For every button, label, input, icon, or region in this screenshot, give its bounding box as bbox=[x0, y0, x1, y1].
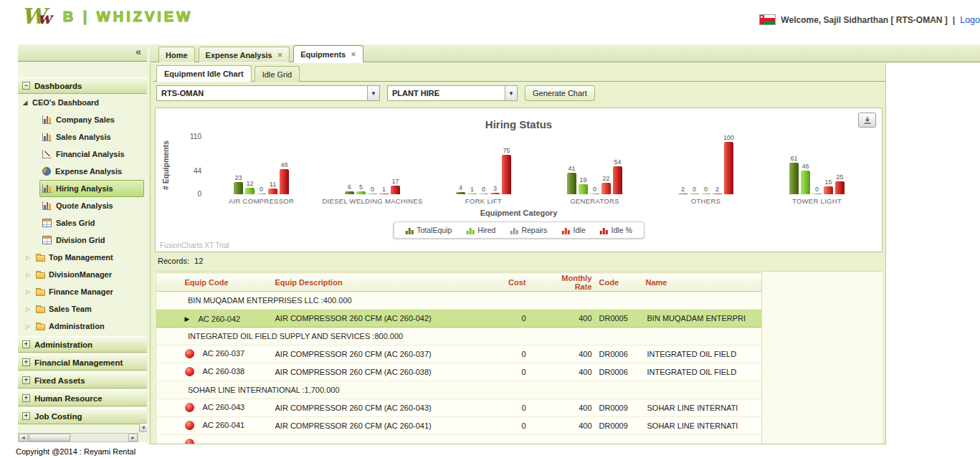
company-select[interactable]: RTS-OMAN ▼ bbox=[156, 85, 380, 101]
tab-home[interactable]: Home bbox=[158, 47, 195, 62]
customer-name: SOHAR LINE INTERNATI bbox=[642, 399, 762, 417]
bar bbox=[391, 186, 400, 194]
sidebar-collapse-button[interactable]: « bbox=[135, 47, 141, 57]
bar-idle-diesel-welding-machines: 1 bbox=[379, 186, 389, 195]
sidebar-hscrollbar[interactable]: ◄ ► bbox=[18, 433, 138, 442]
category-select[interactable]: PLANT HIRE ▼ bbox=[387, 85, 518, 101]
legend-label: TotalEquip bbox=[417, 226, 452, 234]
tree-folder-sales-team[interactable]: ▷Sales Team bbox=[18, 300, 147, 318]
tree-item-label: Sales Analysis bbox=[56, 133, 111, 141]
section-fixed-assets[interactable]: +Fixed Assets bbox=[18, 372, 147, 388]
tree-folder-administration[interactable]: ▷Administration bbox=[18, 318, 147, 335]
tab-close-icon[interactable]: ✕ bbox=[351, 51, 356, 58]
tree-item-hiring-analysis[interactable]: Hiring Analysis bbox=[39, 180, 144, 197]
logout-link[interactable]: Logo bbox=[960, 15, 980, 25]
collapsed-arrow-icon[interactable]: ▷ bbox=[24, 272, 32, 278]
collapsed-arrow-icon[interactable]: ▷ bbox=[24, 289, 32, 295]
expanded-arrow-icon[interactable]: ◢ bbox=[21, 99, 29, 106]
status-red-icon bbox=[185, 367, 194, 376]
row-icon-cell bbox=[156, 435, 181, 444]
collapsed-arrow-icon[interactable]: ▷ bbox=[24, 254, 32, 261]
section-dashboards[interactable]: − Dashboards bbox=[18, 77, 147, 94]
grid-header-name[interactable]: Name bbox=[642, 273, 762, 292]
grid-header-icon-col bbox=[156, 273, 181, 292]
tab-expense-analysis[interactable]: Expense Analysis✕ bbox=[199, 47, 290, 62]
grid-header-monthly-rate[interactable]: Monthly Rate bbox=[543, 273, 595, 292]
legend-item-idle-4[interactable]: Idle % bbox=[600, 226, 632, 234]
section-administration[interactable]: +Administration bbox=[18, 336, 147, 353]
expand-plus-icon[interactable]: + bbox=[22, 340, 30, 348]
row-expander-icon[interactable]: ▶ bbox=[185, 315, 190, 323]
section-job-costing[interactable]: +Job Costing bbox=[18, 408, 147, 424]
bar-value-label: 22 bbox=[602, 175, 609, 182]
bar-totalequip-fork-lift: 4 bbox=[456, 184, 466, 194]
bar-repairs-others: 0 bbox=[701, 186, 711, 195]
grid-row-partial[interactable] bbox=[156, 435, 762, 444]
collapsed-arrow-icon[interactable]: ▷ bbox=[24, 306, 32, 313]
section-human-resource[interactable]: +Human Resource bbox=[18, 390, 147, 406]
section-financial-management[interactable]: +Financial Management bbox=[18, 354, 147, 371]
category-label: AIR COMPRESSOR bbox=[229, 197, 294, 205]
grid-row-ac-260-041[interactable]: AC 260-041AIR COMPRESSOR 260 CFM (AC 260… bbox=[156, 417, 762, 435]
monthly-rate-value bbox=[543, 435, 595, 444]
subtab-equipment-idle-chart[interactable]: Equipment Idle Chart bbox=[156, 65, 252, 82]
tree-item-financial-analysis[interactable]: Financial Analysis bbox=[18, 145, 147, 163]
legend-series-icon bbox=[510, 227, 518, 234]
legend-item-repairs-2[interactable]: Repairs bbox=[510, 226, 547, 234]
legend-item-hired-1[interactable]: Hired bbox=[466, 226, 495, 234]
tree-item-sales-grid[interactable]: Sales Grid bbox=[18, 214, 147, 232]
category-label: TOWER LIGHT bbox=[792, 197, 842, 205]
equipment-grid: Equip CodeEquip DescriptionCostMonthly R… bbox=[156, 272, 762, 444]
legend-item-totalequip-0[interactable]: TotalEquip bbox=[405, 226, 452, 234]
tree-item-division-grid[interactable]: Division Grid bbox=[18, 232, 147, 249]
line-chart-icon bbox=[42, 150, 52, 158]
grid-header-equip-description[interactable]: Equip Description bbox=[271, 273, 499, 292]
legend-item-idle-3[interactable]: Idle bbox=[562, 226, 586, 234]
grid-row-ac-260-043[interactable]: AC 260-043AIR COMPRESSOR 260 CFM (AC 260… bbox=[156, 399, 762, 417]
y-tick-label: 110 bbox=[190, 133, 201, 140]
collapsed-arrow-icon[interactable]: ▷ bbox=[24, 323, 32, 330]
tab-equipments[interactable]: Equipments✕ bbox=[293, 45, 363, 62]
grid-row-ac-260-038[interactable]: AC 260-038AIR COMPRESSOR 260 CFM (AC 260… bbox=[156, 363, 762, 381]
chart-export-button[interactable] bbox=[858, 113, 876, 128]
tab-close-icon[interactable]: ✕ bbox=[277, 52, 283, 59]
scroll-left-button[interactable]: ◄ bbox=[19, 434, 28, 442]
bar-repairs-tower-light: 0 bbox=[812, 186, 822, 195]
tree-item-expense-analysis[interactable]: Expense Analysis bbox=[18, 163, 147, 180]
hscroll-thumb[interactable] bbox=[29, 434, 70, 442]
chevron-down-icon[interactable]: ▼ bbox=[367, 86, 379, 100]
grid-row-ac-260-037[interactable]: AC 260-037AIR COMPRESSOR 260 CFM (AC 260… bbox=[156, 345, 762, 363]
equip-description bbox=[271, 435, 499, 444]
hscroll-track[interactable] bbox=[28, 434, 128, 442]
bar bbox=[502, 155, 511, 194]
generate-chart-button[interactable]: Generate Chart bbox=[525, 85, 595, 101]
chevron-down-icon[interactable]: ▼ bbox=[505, 86, 517, 100]
chart-panel: Hiring Status # Equipments 044110 231201… bbox=[155, 108, 883, 252]
expand-plus-icon[interactable]: + bbox=[22, 412, 30, 420]
grid-header-cost[interactable]: Cost bbox=[499, 273, 543, 292]
scroll-right-button[interactable]: ► bbox=[128, 434, 138, 442]
tree-item-sales-analysis[interactable]: Sales Analysis bbox=[18, 128, 147, 145]
expand-plus-icon[interactable]: + bbox=[22, 358, 30, 366]
grid-header-equip-code[interactable]: Equip Code bbox=[181, 273, 271, 292]
expand-plus-icon[interactable]: + bbox=[22, 376, 30, 384]
group-row-bin-muqadam-enterprises-llc-400-000[interactable]: BIN MUQADAM ENTERPRISES LLC :400.000 bbox=[156, 292, 762, 310]
group-label: INTEGRATED OIL FIELD SUPPLY AND SERVICES… bbox=[156, 328, 762, 345]
tree-item-company-sales[interactable]: Company Sales bbox=[18, 111, 147, 128]
expand-plus-icon[interactable]: + bbox=[22, 394, 30, 402]
collapse-minus-icon[interactable]: − bbox=[22, 82, 30, 90]
group-row-integrated-oil-field-supply-and-services-800-000[interactable]: INTEGRATED OIL FIELD SUPPLY AND SERVICES… bbox=[156, 328, 762, 345]
bar-hired-generators: 19 bbox=[579, 176, 589, 194]
customer-code: DR0006 bbox=[595, 345, 642, 363]
header-user-area: Welcome, Sajil Sidharthan [ RTS-OMAN ] |… bbox=[759, 14, 980, 25]
grid-header-code[interactable]: Code bbox=[595, 273, 642, 292]
tree-node-ceo-s-dashboard[interactable]: ◢CEO's Dashboard bbox=[18, 94, 147, 111]
tree-item-quote-analysis[interactable]: Quote Analysis bbox=[18, 197, 147, 214]
download-icon bbox=[863, 116, 872, 125]
tree-folder-finance-manager[interactable]: ▷Finance Manager bbox=[18, 283, 147, 300]
subtab-idle-grid[interactable]: Idle Grid bbox=[254, 66, 300, 82]
group-row-sohar-line-international-1-700-000[interactable]: SOHAR LINE INTERNATIONAL :1,700.000 bbox=[156, 381, 762, 399]
tree-folder-top-management[interactable]: ▷Top Management bbox=[18, 249, 147, 266]
grid-row-ac-260-042[interactable]: ▶AC 260-042AIR COMPRESSOR 260 CFM (AC 26… bbox=[156, 310, 762, 328]
tree-folder-divisionmanager[interactable]: ▷DivisionManager bbox=[18, 266, 147, 283]
